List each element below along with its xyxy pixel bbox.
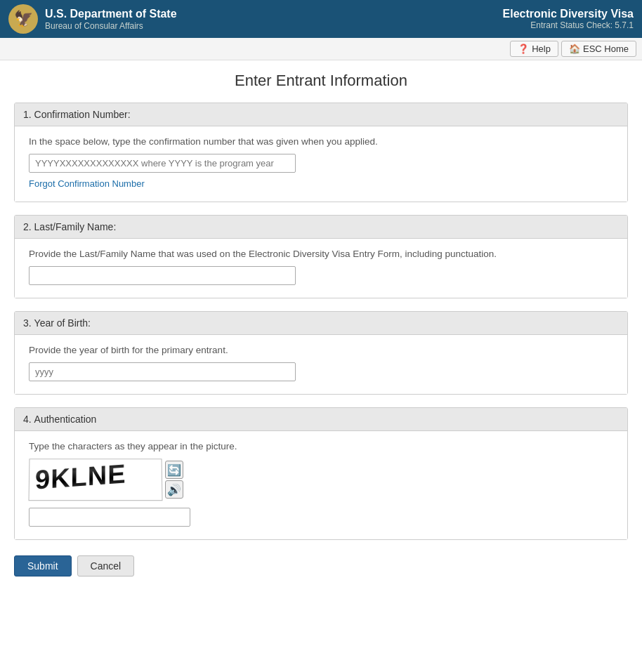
section-4-label: Authentication — [34, 414, 97, 425]
help-label: Help — [532, 44, 551, 54]
help-button[interactable]: ❓ Help — [510, 41, 558, 57]
section-2-number: 2. — [23, 221, 32, 232]
page-title: Enter Entrant Information — [14, 72, 628, 90]
confirmation-input[interactable] — [29, 154, 296, 173]
section-confirmation-body: In the space below, type the confirmatio… — [15, 126, 627, 202]
section-2-label: Last/Family Name: — [34, 221, 117, 232]
esc-home-button[interactable]: 🏠 ESC Home — [561, 41, 636, 57]
agency-name: U.S. Department of State — [45, 7, 177, 20]
section-4-number: 4. — [23, 414, 32, 425]
home-label: ESC Home — [583, 44, 629, 54]
section-yearofbirth: 3. Year of Birth: Provide the year of bi… — [14, 311, 628, 395]
yearofbirth-input[interactable] — [29, 362, 296, 381]
section-confirmation-header: 1. Confirmation Number: — [15, 103, 627, 126]
app-title: Electronic Diversity Visa — [503, 8, 634, 20]
agency-info: 🦅 U.S. Department of State Bureau of Con… — [8, 4, 177, 34]
page-header: 🦅 U.S. Department of State Bureau of Con… — [0, 0, 642, 38]
submit-button[interactable]: Submit — [14, 555, 72, 577]
confirmation-description: In the space below, type the confirmatio… — [29, 136, 613, 147]
cancel-button[interactable]: Cancel — [77, 555, 135, 577]
captcha-refresh-button[interactable]: 🔄 — [165, 461, 183, 479]
captcha-text: 9KLNE — [35, 459, 126, 496]
yearofbirth-description: Provide the year of birth for the primar… — [29, 345, 613, 355]
top-nav: ❓ Help 🏠 ESC Home — [0, 38, 642, 60]
section-yearofbirth-header: 3. Year of Birth: — [15, 312, 627, 335]
app-info: Electronic Diversity Visa Entrant Status… — [503, 8, 634, 30]
section-authentication-body: Type the characters as they appear in th… — [15, 431, 627, 539]
authentication-description: Type the characters as they appear in th… — [29, 441, 613, 452]
section-lastname-body: Provide the Last/Family Name that was us… — [15, 239, 627, 298]
agency-sub: Bureau of Consular Affairs — [45, 21, 177, 31]
captcha-image: 9KLNE — [29, 459, 163, 501]
refresh-icon: 🔄 — [167, 463, 181, 477]
section-1-label: Confirmation Number: — [34, 109, 131, 120]
captcha-audio-button[interactable]: 🔊 — [165, 480, 183, 499]
section-lastname: 2. Last/Family Name: Provide the Last/Fa… — [14, 215, 628, 298]
lastname-input[interactable] — [29, 266, 296, 285]
section-authentication-header: 4. Authentication — [15, 408, 627, 431]
section-authentication: 4. Authentication Type the characters as… — [14, 407, 628, 540]
section-confirmation: 1. Confirmation Number: In the space bel… — [14, 103, 628, 202]
home-icon: 🏠 — [569, 44, 580, 54]
section-yearofbirth-body: Provide the year of birth for the primar… — [15, 335, 627, 394]
lastname-description: Provide the Last/Family Name that was us… — [29, 249, 613, 259]
section-3-label: Year of Birth: — [34, 317, 91, 329]
main-content: Enter Entrant Information 1. Confirmatio… — [0, 60, 642, 595]
section-1-number: 1. — [23, 109, 32, 120]
section-lastname-header: 2. Last/Family Name: — [15, 216, 627, 239]
agency-text: U.S. Department of State Bureau of Consu… — [45, 7, 177, 30]
captcha-controls: 🔄 🔊 — [165, 461, 183, 499]
captcha-input[interactable] — [29, 508, 190, 527]
question-circle-icon: ❓ — [518, 44, 529, 54]
form-buttons: Submit Cancel — [14, 553, 628, 584]
forgot-confirmation-link[interactable]: Forgot Confirmation Number — [29, 178, 145, 189]
app-version: Entrant Status Check: 5.7.1 — [503, 20, 634, 30]
agency-seal: 🦅 — [8, 4, 38, 34]
captcha-row: 9KLNE 🔄 🔊 — [29, 459, 613, 501]
section-3-number: 3. — [23, 317, 32, 329]
audio-icon: 🔊 — [167, 483, 181, 496]
